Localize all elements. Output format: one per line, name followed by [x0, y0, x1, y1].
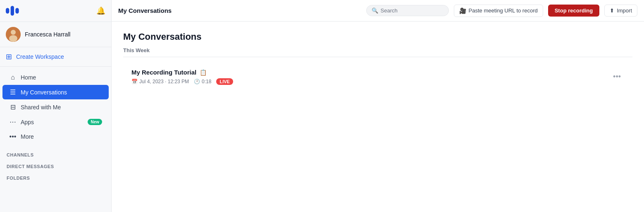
stop-recording-button[interactable]: Stop recording	[548, 5, 599, 17]
topbar: My Conversations 🔍 Search 🎥 Paste meetin…	[112, 0, 644, 22]
conversation-card[interactable]: My Recording Tutorial 📋 📅 Jul 4, 2023 · …	[123, 62, 632, 92]
svg-point-5	[9, 35, 17, 42]
sidebar-item-more[interactable]: ••• More	[2, 130, 109, 144]
home-icon: ⌂	[9, 74, 17, 81]
otter-logo-icon	[6, 4, 22, 17]
sidebar-item-my-conversations[interactable]: ☰ My Conversations	[2, 85, 109, 99]
sidebar-item-apps-label: Apps	[21, 119, 88, 125]
svg-rect-0	[6, 8, 9, 13]
apps-new-badge: New	[88, 119, 102, 125]
more-icon: •••	[9, 133, 17, 140]
conversation-meta: 📅 Jul 4, 2023 · 12:23 PM 🕐 0:18 LIVE	[131, 78, 610, 85]
content-area: My Conversations This Week My Recording …	[112, 22, 644, 212]
user-name: Francesca Harrall	[25, 31, 70, 38]
conversation-title: My Recording Tutorial	[131, 69, 196, 76]
this-week-label: This Week	[123, 47, 632, 57]
sidebar-item-apps[interactable]: ⋯ Apps New	[2, 115, 109, 129]
sidebar-item-my-conversations-label: My Conversations	[21, 89, 102, 96]
create-workspace-label: Create Workspace	[16, 53, 64, 60]
channels-section-header: CHANNELS	[0, 147, 111, 159]
sidebar-item-home[interactable]: ⌂ Home	[2, 70, 109, 84]
sidebar-item-more-label: More	[21, 133, 102, 140]
sidebar-item-home-label: Home	[21, 74, 102, 81]
search-bar[interactable]: 🔍 Search	[366, 5, 449, 16]
more-options-button[interactable]: •••	[610, 71, 624, 83]
topbar-title: My Conversations	[118, 7, 176, 14]
main-content: My Conversations 🔍 Search 🎥 Paste meetin…	[112, 0, 644, 212]
sidebar-header: 🔔	[0, 0, 111, 22]
create-workspace-icon: ⊞	[6, 52, 12, 61]
avatar	[6, 27, 21, 42]
folders-section-header: FOLDERS	[0, 171, 111, 182]
import-button[interactable]: ⬆ Import	[604, 5, 637, 17]
sidebar: 🔔 Francesca Harrall ⊞ Create Workspace ⌂…	[0, 0, 112, 212]
logo	[6, 4, 22, 17]
svg-rect-2	[15, 8, 19, 13]
import-label: Import	[617, 7, 632, 14]
calendar-icon: 📅	[131, 79, 138, 84]
upload-icon: ⬆	[610, 7, 614, 14]
search-icon: 🔍	[372, 7, 378, 14]
duration-text: 0:18	[202, 79, 211, 84]
conversation-duration: 🕐 0:18	[194, 79, 211, 84]
date-text: Jul 4, 2023 · 12:23 PM	[139, 79, 189, 84]
stop-recording-label: Stop recording	[555, 7, 593, 14]
live-badge: LIVE	[216, 78, 233, 85]
apps-icon: ⋯	[9, 118, 17, 126]
note-icon: 📋	[200, 69, 207, 76]
conversations-icon: ☰	[9, 88, 17, 96]
svg-rect-1	[11, 6, 14, 15]
sidebar-item-shared-label: Shared with Me	[21, 104, 102, 111]
sidebar-item-shared-with-me[interactable]: ⊟ Shared with Me	[2, 100, 109, 114]
conversation-title-row: My Recording Tutorial 📋	[131, 69, 610, 76]
page-title: My Conversations	[123, 31, 632, 42]
avatar-image	[6, 27, 21, 42]
paste-url-button[interactable]: 🎥 Paste meeting URL to record	[454, 5, 543, 17]
paste-url-label: Paste meeting URL to record	[469, 7, 538, 14]
svg-point-4	[11, 30, 16, 35]
conversation-date: 📅 Jul 4, 2023 · 12:23 PM	[131, 79, 189, 84]
sidebar-nav: ⌂ Home ☰ My Conversations ⊟ Shared with …	[0, 67, 111, 147]
create-workspace-button[interactable]: ⊞ Create Workspace	[0, 47, 111, 67]
user-profile[interactable]: Francesca Harrall	[0, 22, 111, 47]
paste-url-icon: 🎥	[459, 7, 466, 14]
direct-messages-section-header: DIRECT MESSAGES	[0, 159, 111, 171]
conversation-content: My Recording Tutorial 📋 📅 Jul 4, 2023 · …	[131, 69, 610, 85]
notification-bell-icon[interactable]: 🔔	[96, 6, 105, 15]
clock-icon: 🕐	[194, 79, 200, 84]
shared-icon: ⊟	[9, 103, 17, 111]
search-placeholder-text: Search	[381, 7, 398, 14]
